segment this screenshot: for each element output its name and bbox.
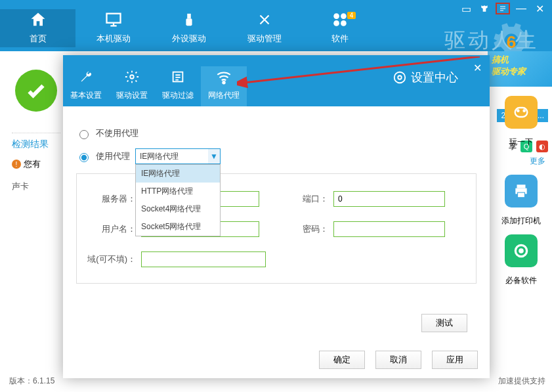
- domain-label: 域(可不填)：: [87, 253, 136, 265]
- pwd-input[interactable]: [333, 221, 445, 237]
- nav-home-label: 首页: [30, 33, 47, 45]
- wifi-icon: [215, 66, 232, 87]
- you-have-label: 您有: [24, 158, 41, 170]
- tab-basic-label: 基本设置: [70, 90, 102, 101]
- svg-text:6: 6: [507, 32, 517, 52]
- no-proxy-label: 不使用代理: [96, 127, 138, 139]
- right-panel: 玩一下 更多 添加打印机 必备软件: [494, 60, 548, 286]
- chevron-down-icon: ▼: [208, 149, 220, 163]
- list-icon: [171, 66, 185, 87]
- more-link[interactable]: 更多: [530, 156, 545, 167]
- no-proxy-radio[interactable]: [79, 130, 89, 139]
- printer-card[interactable]: [505, 175, 538, 207]
- svg-rect-14: [518, 192, 525, 198]
- apply-label: 应用: [446, 354, 463, 366]
- settings-gear-icon: [393, 70, 407, 85]
- play-label: 玩一下: [509, 137, 533, 148]
- no-proxy-row[interactable]: 不使用代理: [76, 127, 477, 139]
- menu-icon[interactable]: [496, 3, 510, 14]
- server-label: 服务器：: [87, 193, 136, 205]
- minimize-button[interactable]: —: [514, 3, 528, 14]
- footer-right: 加速提供支持: [498, 376, 545, 387]
- port-label: 端口：: [280, 193, 328, 205]
- proxy-type-combo[interactable]: IE网络代理 ▼ IE网络代理 HTTP网络代理 Socket4网络代理 Soc…: [135, 148, 221, 164]
- dialog-title-wrap: 设置中心: [393, 70, 458, 85]
- nav-local-driver[interactable]: 本机驱动: [75, 9, 151, 47]
- tab-proxy-label: 网络代理: [208, 90, 240, 101]
- nav-manage[interactable]: 驱动管理: [226, 9, 302, 47]
- left-sidebar: 检测结果 ! 您有 声卡: [12, 58, 60, 192]
- tab-proxy[interactable]: 网络代理: [201, 66, 247, 106]
- combo-selected: IE网络代理: [140, 151, 179, 162]
- cancel-button[interactable]: 取消: [375, 351, 421, 369]
- tab-basic[interactable]: 基本设置: [63, 66, 109, 106]
- dialog-body: 不使用代理 使用代理 IE网络代理 ▼ IE网络代理 HTTP网络代理 Sock…: [63, 106, 490, 284]
- divider: [12, 133, 60, 133]
- essential-card[interactable]: [505, 234, 538, 267]
- printer-label: 添加打印机: [501, 215, 541, 227]
- combo-option-http[interactable]: HTTP网络代理: [136, 183, 220, 200]
- ok-label: 确定: [333, 354, 350, 366]
- svg-point-5: [333, 20, 339, 26]
- check-ok-icon: [15, 70, 57, 112]
- nav-manage-label: 驱动管理: [247, 33, 282, 45]
- ok-button[interactable]: 确定: [319, 351, 365, 369]
- use-proxy-radio[interactable]: [79, 153, 89, 162]
- dialog-footer: 确定 取消 应用: [319, 351, 478, 369]
- test-label: 测试: [436, 317, 453, 329]
- cancel-label: 取消: [390, 354, 407, 366]
- skin-icon[interactable]: [477, 3, 492, 14]
- warn-icon: !: [12, 160, 21, 169]
- svg-point-20: [398, 76, 402, 79]
- combo-option-s4[interactable]: Socket4网络代理: [136, 200, 220, 218]
- combo-option-s5[interactable]: Socket5网络代理: [136, 218, 220, 236]
- svg-point-4: [341, 13, 347, 19]
- use-proxy-label: 使用代理: [96, 150, 130, 162]
- use-proxy-row[interactable]: 使用代理 IE网络代理 ▼ IE网络代理 HTTP网络代理 Socket4网络代…: [76, 148, 477, 164]
- apply-button[interactable]: 应用: [432, 351, 478, 369]
- dialog-close-button[interactable]: ✕: [473, 62, 482, 74]
- svg-point-16: [520, 250, 522, 252]
- close-button[interactable]: ✕: [532, 3, 547, 14]
- svg-point-10: [522, 109, 526, 112]
- svg-point-9: [517, 109, 520, 112]
- window-buttons: ▭ — ✕: [459, 3, 547, 14]
- combo-option-ie[interactable]: IE网络代理: [136, 165, 220, 183]
- usb-icon: [179, 9, 200, 30]
- pwd-label: 密码：: [280, 223, 328, 235]
- version-label: 版本：6.1.15: [9, 376, 54, 387]
- play-card[interactable]: [505, 96, 538, 129]
- port-input[interactable]: [333, 191, 445, 207]
- dialog-title: 设置中心: [411, 70, 458, 85]
- nav-peripheral[interactable]: 外设驱动: [151, 9, 226, 47]
- home-icon: [28, 9, 49, 30]
- nav-software-label: 软件: [331, 33, 349, 45]
- svg-point-17: [130, 75, 134, 79]
- dialog-header: 基本设置 驱动设置 驱动过滤 网络代理 设置中心 ✕: [63, 55, 490, 106]
- soundcard-label: 声卡: [12, 181, 29, 192]
- feedback-icon[interactable]: ▭: [459, 3, 473, 14]
- svg-rect-2: [186, 18, 192, 26]
- essential-label: 必备软件: [505, 275, 537, 286]
- combo-dropdown: IE网络代理 HTTP网络代理 Socket4网络代理 Socket5网络代理: [135, 164, 221, 236]
- software-badge: 4: [347, 12, 356, 19]
- result-title: 检测结果: [12, 139, 49, 150]
- wrench-icon: [79, 66, 93, 87]
- svg-point-6: [341, 20, 347, 26]
- tab-filter-label: 驱动过滤: [162, 90, 194, 101]
- tab-driver[interactable]: 驱动设置: [109, 66, 155, 106]
- warn-row: ! 您有: [12, 158, 41, 170]
- svg-rect-12: [517, 185, 526, 188]
- test-button[interactable]: 测试: [421, 314, 467, 332]
- domain-input[interactable]: [141, 251, 266, 267]
- tab-filter[interactable]: 驱动过滤: [155, 66, 201, 106]
- combo-display[interactable]: IE网络代理 ▼: [135, 148, 221, 164]
- gear-icon: [125, 66, 139, 87]
- svg-point-21: [394, 72, 406, 83]
- svg-rect-1: [187, 14, 191, 18]
- svg-point-19: [223, 81, 224, 83]
- nav-home[interactable]: 首页: [0, 9, 75, 47]
- svg-point-3: [333, 13, 339, 19]
- nav-software[interactable]: 4 软件: [302, 9, 377, 47]
- nav-peripheral-label: 外设驱动: [172, 33, 206, 45]
